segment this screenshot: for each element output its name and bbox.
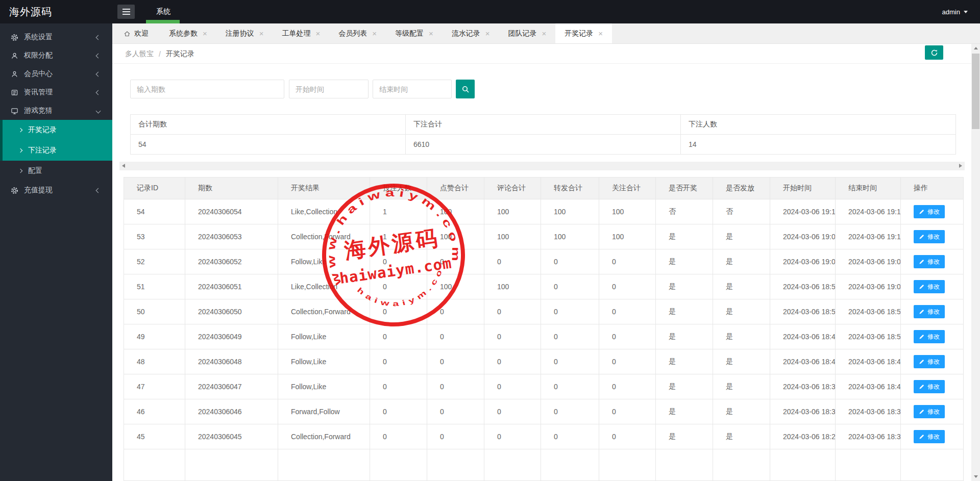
table-row-partial: [124, 449, 964, 481]
summary-header-cell: 下注合计: [406, 115, 681, 135]
cell: 0: [484, 399, 541, 424]
cell: 0: [370, 274, 427, 299]
edit-button-label: 修改: [927, 408, 940, 416]
end-time-input[interactable]: [373, 80, 452, 98]
tab-item[interactable]: 团队记录×: [499, 23, 556, 43]
cell: Collection,Forward: [278, 424, 370, 449]
tab-item[interactable]: 注册协议×: [216, 23, 273, 43]
edit-button[interactable]: 修改: [914, 255, 945, 268]
tab-item[interactable]: 工单处理×: [273, 23, 330, 43]
edit-button-label: 修改: [927, 308, 940, 316]
tab-label: 团队记录: [508, 29, 537, 38]
sidebar-item-game-guess[interactable]: 游戏竞猜: [0, 102, 112, 120]
cell: 0: [599, 274, 656, 299]
cell: 是: [713, 324, 770, 349]
scroll-right-icon[interactable]: [959, 164, 962, 168]
tab-item[interactable]: 流水记录×: [443, 23, 499, 43]
cell: 48: [124, 349, 185, 374]
tab-item[interactable]: 系统参数×: [160, 23, 216, 43]
edit-icon: [919, 384, 925, 390]
sidebar-item-recharge-withdraw[interactable]: 充值提现: [0, 181, 112, 199]
column-header: 投注人数: [370, 178, 427, 199]
tab-item[interactable]: 等级配置×: [386, 23, 443, 43]
tab-item[interactable]: 会员列表×: [329, 23, 386, 43]
tab-close-icon[interactable]: ×: [429, 30, 433, 37]
breadcrumb-current: 开奖记录: [166, 49, 194, 59]
hamburger-menu-icon[interactable]: [117, 5, 135, 19]
edit-button[interactable]: 修改: [914, 405, 945, 418]
cell: 2024-03-06 18:34: [836, 424, 901, 449]
actions-cell: 修改: [901, 349, 964, 374]
edit-button[interactable]: 修改: [914, 230, 945, 243]
cell: 0: [370, 399, 427, 424]
edit-button-label: 修改: [927, 383, 940, 391]
edit-button-label: 修改: [927, 258, 940, 266]
edit-button[interactable]: 修改: [914, 355, 945, 368]
scroll-down-icon[interactable]: [971, 472, 980, 481]
search-icon: [461, 85, 470, 93]
sidebar-item-draw-records[interactable]: 开奖记录: [0, 120, 112, 140]
edit-icon: [919, 284, 925, 290]
cell: 20240306052: [185, 249, 278, 274]
column-header: 是否开奖: [656, 178, 713, 199]
search-button[interactable]: [456, 80, 475, 98]
edit-button[interactable]: 修改: [914, 380, 945, 393]
scrollbar-thumb[interactable]: [972, 54, 979, 129]
start-time-input[interactable]: [289, 80, 369, 98]
cell: 是: [656, 249, 713, 274]
cell: 1: [370, 199, 427, 224]
sidebar-item-member-center[interactable]: 会员中心: [0, 65, 112, 83]
cell: 是: [656, 374, 713, 399]
tab-close-icon[interactable]: ×: [372, 30, 377, 37]
cell: 0: [541, 424, 599, 449]
sidebar-item-system-settings[interactable]: 系统设置: [0, 28, 112, 46]
cell: 49: [124, 324, 185, 349]
edit-button-label: 修改: [927, 208, 940, 216]
tab-label: 注册协议: [226, 29, 254, 38]
tab-close-icon[interactable]: ×: [598, 30, 603, 37]
tab-home[interactable]: 欢迎: [112, 23, 160, 43]
refresh-button[interactable]: [925, 45, 943, 60]
edit-icon: [919, 259, 925, 265]
cell: 0: [484, 324, 541, 349]
edit-button[interactable]: 修改: [914, 330, 945, 343]
edit-button[interactable]: 修改: [914, 280, 945, 293]
period-input[interactable]: [130, 80, 284, 98]
tab-close-icon[interactable]: ×: [316, 30, 321, 37]
sidebar-subitem-label: 开奖记录: [28, 125, 57, 135]
records-table: 记录ID期数开奖结果投注人数点赞合计评论合计转发合计关注合计是否开奖是否发放开始…: [124, 177, 964, 481]
tab-item[interactable]: 开奖记录×: [555, 23, 612, 43]
table-row: 5220240306052Follow,Like00000是是2024-03-0…: [124, 249, 964, 274]
scroll-up-icon[interactable]: [971, 44, 980, 53]
sidebar-item-config[interactable]: 配置: [0, 161, 112, 181]
sidebar-item-permissions[interactable]: 权限分配: [0, 46, 112, 65]
summary-header-cell: 合计期数: [131, 115, 406, 135]
edit-button[interactable]: 修改: [914, 205, 945, 218]
tab-label: 等级配置: [395, 29, 424, 38]
sidebar-item-bet-records[interactable]: 下注记录: [0, 140, 112, 161]
cell: [656, 449, 713, 481]
cell: 2024-03-06 18:44: [836, 374, 901, 399]
tab-close-icon[interactable]: ×: [259, 30, 264, 37]
edit-button[interactable]: 修改: [914, 430, 945, 443]
breadcrumb-parent[interactable]: 多人骰宝: [125, 49, 154, 59]
cell: 2024-03-06 19:14: [836, 224, 901, 249]
sidebar-item-content-management[interactable]: 资讯管理: [0, 83, 112, 102]
table-header-row: 记录ID期数开奖结果投注人数点赞合计评论合计转发合计关注合计是否开奖是否发放开始…: [124, 178, 964, 199]
summary-value-cell: 14: [681, 135, 956, 155]
cell: 50: [124, 299, 185, 324]
tab-close-icon[interactable]: ×: [485, 30, 490, 37]
cell: 0: [427, 349, 484, 374]
tab-close-icon[interactable]: ×: [542, 30, 547, 37]
table-row: 4720240306047Follow,Like00000是是2024-03-0…: [124, 374, 964, 399]
cell: 2024-03-06 18:54: [770, 299, 836, 324]
scroll-left-icon[interactable]: [122, 164, 125, 168]
table-row: 4620240306046Forward,Follow00000是是2024-0…: [124, 399, 964, 424]
cell: Follow,Like: [278, 374, 370, 399]
cell: 2024-03-06 18:39: [770, 374, 836, 399]
tab-close-icon[interactable]: ×: [203, 30, 207, 37]
user-dropdown[interactable]: admin: [942, 0, 968, 23]
cell: 100: [599, 199, 656, 224]
edit-button[interactable]: 修改: [914, 305, 945, 318]
cell: 0: [370, 424, 427, 449]
